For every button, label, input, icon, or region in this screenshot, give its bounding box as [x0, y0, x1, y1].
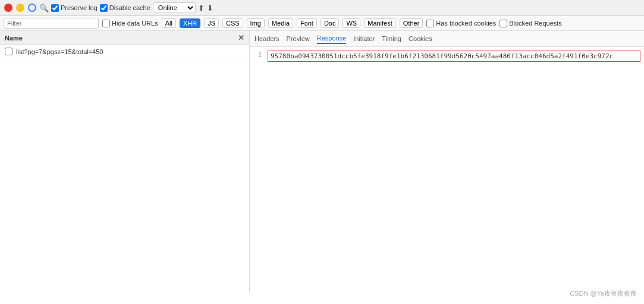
filter-row: Hide data URLs All XHR JS CSS Img Media …: [0, 16, 644, 31]
has-blocked-cookies-checkbox[interactable]: [426, 20, 434, 27]
filter-xhr-button[interactable]: XHR: [180, 18, 200, 28]
detail-panel: Headers Preview Response Initiator Timin…: [250, 31, 644, 293]
search-icon[interactable]: 🔍: [39, 3, 49, 12]
filter-css-button[interactable]: CSS: [222, 18, 243, 28]
filter-other-button[interactable]: Other: [400, 18, 423, 28]
watermark: CSDN @Ye夜夜夜夜夜: [570, 289, 637, 298]
network-throttle-select[interactable]: Online Offline Slow 3G Fast 3G: [153, 2, 196, 13]
filter-manifest-button[interactable]: Manifest: [364, 18, 396, 28]
filter-font-button[interactable]: Font: [297, 18, 317, 28]
devtools-panel: 🔍 Preserve log Disable cache Online Offl…: [0, 0, 644, 304]
disable-cache-checkbox[interactable]: [100, 4, 108, 12]
hide-data-urls-label[interactable]: Hide data URLs: [102, 20, 158, 27]
toolbar: 🔍 Preserve log Disable cache Online Offl…: [0, 0, 644, 16]
tab-headers[interactable]: Headers: [255, 34, 279, 43]
has-blocked-cookies-label[interactable]: Has blocked cookies: [426, 20, 496, 27]
filter-img-button[interactable]: Img: [247, 18, 265, 28]
filter-ws-button[interactable]: WS: [343, 18, 360, 28]
filter-input[interactable]: [4, 18, 99, 29]
hide-data-urls-checkbox[interactable]: [102, 20, 110, 27]
filter-icon[interactable]: [27, 3, 37, 12]
tab-initiator[interactable]: Initiator: [353, 34, 375, 43]
disable-cache-label[interactable]: Disable cache: [100, 4, 150, 12]
stop-icon[interactable]: [4, 3, 13, 12]
filter-media-button[interactable]: Media: [268, 18, 293, 28]
tab-preview[interactable]: Preview: [287, 34, 310, 43]
upload-icon[interactable]: ⬆: [198, 4, 205, 12]
download-icon[interactable]: ⬇: [207, 4, 213, 12]
clear-icon[interactable]: [15, 3, 25, 12]
request-list-panel: Name ✕ list?pg=7&pgsz=15&total=450: [0, 31, 250, 293]
filter-js-button[interactable]: JS: [204, 18, 219, 28]
blocked-requests-label[interactable]: Blocked Requests: [500, 20, 562, 27]
detail-tabs: Headers Preview Response Initiator Timin…: [250, 31, 644, 47]
close-panel-button[interactable]: ✕: [238, 33, 244, 42]
preserve-log-checkbox[interactable]: [51, 4, 59, 12]
filter-all-button[interactable]: All: [162, 18, 176, 28]
response-area: 1 95780ba0943730051dccb5fe3918f9fe1b6f21…: [250, 47, 644, 293]
response-line-1: 1 95780ba0943730051dccb5fe3918f9fe1b6f21…: [253, 51, 640, 62]
main-area: Name ✕ list?pg=7&pgsz=15&total=450 Heade…: [0, 31, 644, 293]
filter-doc-button[interactable]: Doc: [321, 18, 340, 28]
blocked-requests-checkbox[interactable]: [500, 20, 507, 27]
tab-response[interactable]: Response: [317, 33, 347, 44]
tab-timing[interactable]: Timing: [382, 34, 401, 43]
list-item[interactable]: list?pg=7&pgsz=15&total=450: [0, 45, 249, 58]
list-header: Name ✕: [0, 31, 249, 45]
preserve-log-label[interactable]: Preserve log: [51, 4, 98, 12]
request-item-checkbox[interactable]: [5, 48, 12, 55]
tab-cookies[interactable]: Cookies: [409, 34, 432, 43]
